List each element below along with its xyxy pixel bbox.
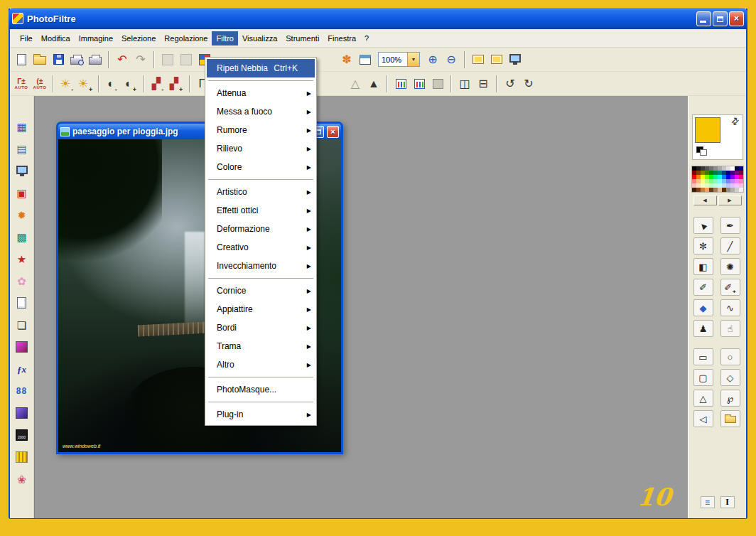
menu-filtro[interactable]: Filtro xyxy=(212,31,237,45)
menu-item-deformazione[interactable]: Deformazione▶ xyxy=(207,220,315,238)
menu-item-attenua[interactable]: Attenua▶ xyxy=(207,84,315,102)
sharpen-button[interactable]: ▲ xyxy=(365,75,382,93)
soften-button[interactable]: △ xyxy=(347,75,364,93)
dots-module-button[interactable]: 88 xyxy=(14,383,31,399)
ellipse-selection-tool[interactable]: ○ xyxy=(720,348,740,365)
layers-module-button[interactable]: ❏ xyxy=(14,317,31,333)
floppy2000-module-button[interactable]: 2000 xyxy=(14,427,31,443)
menu-item-colore[interactable]: Colore▶ xyxy=(207,158,315,176)
menu-visualizza[interactable]: Visualizza xyxy=(238,31,281,45)
palette-prev-button[interactable]: ◀ xyxy=(693,195,717,205)
fill-tool[interactable]: ◧ xyxy=(693,258,713,275)
rectangle-selection-tool[interactable]: ▭ xyxy=(693,348,713,365)
histogram-button[interactable] xyxy=(392,75,409,93)
brightness-minus-button[interactable]: ☀- xyxy=(58,75,75,93)
menu-item-trama[interactable]: Trama▶ xyxy=(207,337,315,355)
tool-options-button[interactable]: ≡ xyxy=(701,496,715,508)
saturation-plus-button[interactable]: ▞+ xyxy=(168,75,185,93)
blur-tool[interactable]: ◆ xyxy=(693,299,713,316)
contrast-minus-button[interactable]: ◐- xyxy=(104,75,121,93)
lasso-selection-tool[interactable]: ℘ xyxy=(720,390,740,407)
menu-item-rumore[interactable]: Rumore▶ xyxy=(207,121,315,139)
zoom-in-button[interactable]: ⊕ xyxy=(424,50,441,69)
favorites-module-button[interactable]: ★ xyxy=(14,251,31,267)
triangle-selection-tool[interactable]: △ xyxy=(693,390,713,407)
optimizer-module-button[interactable]: ▣ xyxy=(14,185,31,200)
swap-colors-icon[interactable]: ⇄ xyxy=(728,114,741,127)
undo-button[interactable]: ↶ xyxy=(114,50,131,69)
smudge-tool[interactable]: ∿ xyxy=(720,299,740,316)
magic-wand-tool[interactable]: ✼ xyxy=(693,237,713,254)
brightness-plus-button[interactable]: ☀+ xyxy=(77,75,94,93)
saturation-minus-button[interactable]: ▞- xyxy=(149,75,166,93)
image-browser-button[interactable] xyxy=(357,50,374,69)
purple-module-button[interactable] xyxy=(14,405,31,421)
explore-images-button[interactable]: ✽ xyxy=(338,50,355,69)
menu-selezione[interactable]: Selezione xyxy=(117,31,160,45)
zoom-combo[interactable]: 100% ▼ xyxy=(378,52,420,67)
menu-item-appiattire[interactable]: Appiattire▶ xyxy=(207,300,315,318)
image-size-button[interactable] xyxy=(159,50,176,69)
gradient-module-button[interactable] xyxy=(14,339,31,355)
zoom-out-button[interactable]: ⊖ xyxy=(443,50,460,69)
mirror-vertical-button[interactable]: ⊟ xyxy=(475,75,492,93)
restore-button[interactable] xyxy=(713,11,728,26)
palette-color[interactable] xyxy=(739,188,743,192)
flower-module-button[interactable]: ✿ xyxy=(14,273,31,289)
menu-item-creativo[interactable]: Creativo▶ xyxy=(207,238,315,257)
canvas-size-button[interactable] xyxy=(178,50,195,69)
menu-item-cornice[interactable]: Cornice▶ xyxy=(207,282,315,300)
text-tool-button[interactable]: I xyxy=(720,496,735,508)
document-close-button[interactable]: × xyxy=(327,126,339,138)
foreground-color-swatch[interactable] xyxy=(695,117,720,143)
contrast-plus-button[interactable]: ◐+ xyxy=(122,75,139,93)
minimize-button[interactable] xyxy=(696,11,711,26)
polygon-selection-tool[interactable]: ◁ xyxy=(693,410,713,427)
menu-regolazione[interactable]: Regolazione xyxy=(160,31,212,45)
menu-immagine[interactable]: Immagine xyxy=(75,31,117,45)
screen-module-button[interactable] xyxy=(14,163,31,178)
menu-item-artistico[interactable]: Artistico▶ xyxy=(207,183,315,201)
bomb-module-button[interactable]: ✹ xyxy=(14,207,31,223)
levels-button[interactable] xyxy=(411,75,428,93)
fit-image-button[interactable] xyxy=(488,50,505,69)
grid-module-button[interactable]: ▩ xyxy=(14,229,31,245)
keyboard-module-button[interactable]: ▤ xyxy=(14,141,31,156)
menu-item-altro[interactable]: Altro▶ xyxy=(207,355,315,374)
menu-item-rilievo[interactable]: Rilievo▶ xyxy=(207,139,315,158)
menu-item-messa-a-fuoco[interactable]: Messa a fuoco▶ xyxy=(207,102,315,121)
clone-stamp-tool[interactable]: ♟ xyxy=(693,320,713,337)
mirror-horizontal-button[interactable]: ◫ xyxy=(456,75,473,93)
rose-module-button[interactable]: ❀ xyxy=(14,471,31,487)
open-button[interactable] xyxy=(31,50,48,69)
line-tool[interactable]: ╱ xyxy=(720,237,740,254)
save-button[interactable] xyxy=(50,50,67,69)
menu-item-effetti-ottici[interactable]: Effetti ottici▶ xyxy=(207,201,315,220)
menu-item-plug-in[interactable]: Plug-in▶ xyxy=(207,405,315,424)
color-picker-tool[interactable]: ✒ xyxy=(720,217,740,234)
rotate-right-button[interactable]: ↻ xyxy=(520,75,537,93)
calculator-module-button[interactable]: ▦ xyxy=(14,119,31,134)
menu-item-photomasque[interactable]: PhotoMasque... xyxy=(207,380,315,399)
spray-tool[interactable]: ✺ xyxy=(720,258,740,275)
menu-help[interactable]: ? xyxy=(360,31,373,45)
rotate-left-button[interactable]: ↺ xyxy=(502,75,519,93)
rounded-rect-selection-tool[interactable]: ▢ xyxy=(693,369,713,386)
print-button[interactable] xyxy=(87,50,104,69)
selection-arrow-tool[interactable]: ▲ xyxy=(693,217,713,234)
advanced-brush-tool[interactable]: ✐+ xyxy=(720,279,740,296)
title-bar[interactable]: PhotoFiltre × xyxy=(9,8,747,29)
close-button[interactable]: × xyxy=(729,11,744,26)
auto-levels-button[interactable]: Γ± AUTO xyxy=(13,75,30,93)
fx-module-button[interactable]: ƒx xyxy=(14,361,31,377)
menu-modifica[interactable]: Modifica xyxy=(37,31,75,45)
print-preview-button[interactable] xyxy=(68,50,85,69)
paintbrush-tool[interactable]: ✐ xyxy=(693,279,713,296)
new-document-button[interactable] xyxy=(13,50,30,69)
rhombus-selection-tool[interactable]: ◇ xyxy=(720,369,740,386)
default-colors-indicator[interactable] xyxy=(696,146,708,156)
menu-file[interactable]: File xyxy=(16,31,37,45)
full-screen-button[interactable] xyxy=(507,50,524,69)
menu-strumenti[interactable]: Strumenti xyxy=(281,31,323,45)
stripes-module-button[interactable] xyxy=(14,449,31,465)
